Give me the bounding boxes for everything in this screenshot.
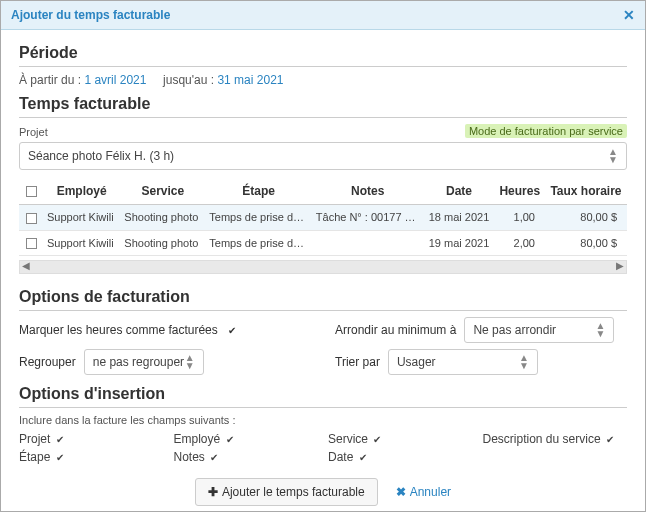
cell-hours: 1,00 [495,205,545,231]
select-all-checkbox[interactable] [26,186,37,197]
row-checkbox[interactable] [26,238,37,249]
section-insert-opts-title: Options d'insertion [19,385,627,408]
close-icon[interactable]: ✕ [623,7,635,23]
col-rate[interactable]: Taux horaire [545,178,627,205]
add-billable-time-button[interactable]: ✚Ajouter le temps facturable [195,478,378,506]
section-period-title: Période [19,44,627,67]
cell-notes [312,230,424,256]
field-employee-label: Employé [174,432,221,446]
field-step-checkbox[interactable] [54,450,64,464]
period-from-date[interactable]: 1 avril 2021 [84,73,146,87]
field-notes-label: Notes [174,450,205,464]
add-button-label: Ajouter le temps facturable [222,485,365,499]
sort-select-value: Usager [397,355,436,369]
field-service-desc-checkbox[interactable] [604,432,614,446]
cancel-label: Annuler [410,485,451,499]
sort-select[interactable]: Usager ▲▼ [388,349,538,375]
mark-hours-checkbox[interactable] [226,323,236,337]
footer-buttons: ✚Ajouter le temps facturable ✖Annuler [19,478,627,506]
table-row[interactable]: Support Kiwili Shooting photo Temps de p… [19,230,627,256]
sort-caret-icon: ▲▼ [519,354,529,370]
field-notes-checkbox[interactable] [208,450,218,464]
modal-add-billable-time: Ajouter du temps facturable ✕ Période À … [0,0,646,512]
cell-service: Shooting photo [120,230,205,256]
cell-service: Shooting photo [120,205,205,231]
field-service-desc-label: Description du service [483,432,601,446]
col-service[interactable]: Service [120,178,205,205]
cancel-link[interactable]: ✖Annuler [396,485,451,499]
insert-opts-desc: Inclure dans la facture les champs suiva… [19,414,627,426]
project-select[interactable]: Séance photo Félix H. (3 h) ▲▼ [19,142,627,170]
section-billing-opts-title: Options de facturation [19,288,627,311]
col-employee[interactable]: Employé [43,178,120,205]
round-select[interactable]: Ne pas arrondir ▲▼ [464,317,614,343]
insert-fields-grid: Projet Employé Service Description du se… [19,432,627,464]
project-label: Projet [19,126,48,138]
cell-step: Temps de prise d… [205,205,311,231]
field-project-label: Projet [19,432,50,446]
section-billable-title: Temps facturable [19,95,627,118]
sort-caret-icon: ▲▼ [595,322,605,338]
modal-header: Ajouter du temps facturable ✕ [1,1,645,30]
cell-date: 18 mai 2021 [423,205,494,231]
row-checkbox[interactable] [26,213,37,224]
cell-step: Temps de prise d… [205,230,311,256]
sort-label: Trier par [335,355,380,369]
sort-caret-icon: ▲▼ [185,354,195,370]
period-to-date[interactable]: 31 mai 2021 [217,73,283,87]
mark-hours-label: Marquer les heures comme facturées [19,323,218,337]
field-service-checkbox[interactable] [371,432,381,446]
round-select-value: Ne pas arrondir [473,323,556,337]
field-service-label: Service [328,432,368,446]
table-row[interactable]: Support Kiwili Shooting photo Temps de p… [19,205,627,231]
cell-date: 19 mai 2021 [423,230,494,256]
field-date-label: Date [328,450,353,464]
group-select-value: ne pas regrouper [93,355,184,369]
period-row: À partir du : 1 avril 2021 jusqu'au : 31… [19,73,627,87]
field-step-label: Étape [19,450,50,464]
col-date[interactable]: Date [423,178,494,205]
col-step[interactable]: Étape [205,178,311,205]
cell-rate: 80,00 $ [545,205,627,231]
billable-header-row: Projet Mode de facturation par service [19,124,627,138]
modal-title: Ajouter du temps facturable [11,8,170,22]
round-label: Arrondir au minimum à [335,323,456,337]
period-to-label: jusqu'au : [163,73,214,87]
col-notes[interactable]: Notes [312,178,424,205]
cell-notes: Tâche N° : 00177 … [312,205,424,231]
field-date-checkbox[interactable] [357,450,367,464]
cancel-icon: ✖ [396,485,406,499]
cell-hours: 2,00 [495,230,545,256]
billing-mode-badge: Mode de facturation par service [465,124,627,138]
group-select[interactable]: ne pas regrouper ▲▼ [84,349,204,375]
col-hours[interactable]: Heures [495,178,545,205]
cell-rate: 80,00 $ [545,230,627,256]
cell-employee: Support Kiwili [43,230,120,256]
field-employee-checkbox[interactable] [224,432,234,446]
modal-body: Période À partir du : 1 avril 2021 jusqu… [1,30,645,510]
project-select-value: Séance photo Félix H. (3 h) [28,149,174,163]
table-header-row: Employé Service Étape Notes Date Heures … [19,178,627,205]
field-project-checkbox[interactable] [54,432,64,446]
cell-employee: Support Kiwili [43,205,120,231]
sort-caret-icon: ▲▼ [608,148,618,164]
group-label: Regrouper [19,355,76,369]
period-from-label: À partir du : [19,73,81,87]
billable-table: Employé Service Étape Notes Date Heures … [19,178,627,256]
plus-icon: ✚ [208,485,218,499]
horizontal-scrollbar[interactable] [19,260,627,274]
